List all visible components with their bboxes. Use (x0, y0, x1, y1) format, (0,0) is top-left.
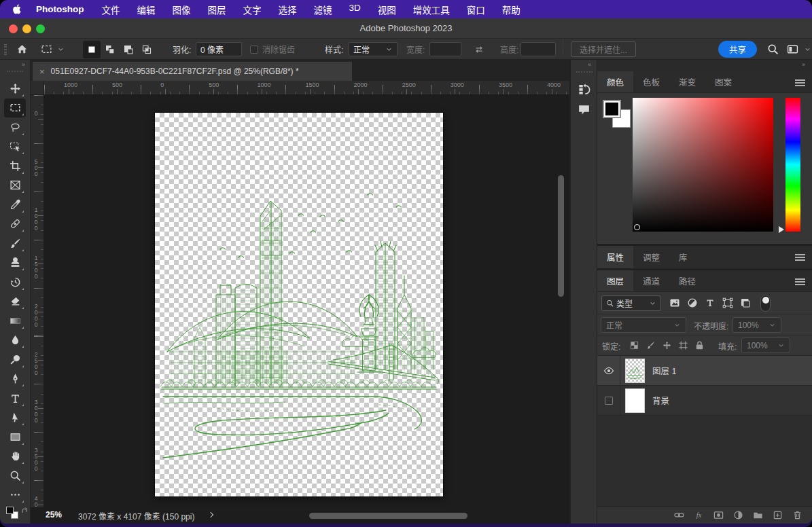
layers-tab-通道[interactable]: 通道 (633, 270, 669, 291)
tool-move[interactable] (4, 79, 26, 98)
lock-paint-button[interactable] (646, 340, 656, 350)
color-field-selector[interactable] (634, 224, 640, 230)
menu-item-3[interactable]: 图层 (208, 3, 226, 16)
saturation-brightness-field[interactable] (633, 98, 773, 232)
link-layers-button[interactable] (674, 510, 684, 520)
share-button[interactable]: 共享 (718, 41, 757, 58)
tool-object-selection[interactable] (4, 137, 26, 157)
menu-item-0[interactable]: 文件 (102, 3, 120, 16)
status-info-chevron-icon[interactable] (208, 512, 213, 517)
menu-item-7[interactable]: 3D (349, 3, 361, 16)
menu-item-8[interactable]: 视图 (378, 3, 396, 16)
shape-layer-filter-button[interactable] (722, 297, 733, 308)
tool-pen[interactable] (4, 369, 26, 389)
layers-tab-图层[interactable]: 图层 (597, 270, 633, 291)
lock-transparent-button[interactable] (629, 340, 639, 350)
workspace-switcher[interactable] (787, 39, 798, 60)
tool-spot-healing[interactable] (4, 215, 26, 234)
layer-thumbnail[interactable] (626, 359, 644, 382)
dock-grip[interactable] (576, 71, 593, 73)
height-input[interactable] (520, 42, 556, 56)
collapse-panels-icon[interactable]: » (802, 61, 806, 68)
properties-menu-icon[interactable] (795, 254, 805, 262)
comment-panel-button[interactable] (575, 101, 593, 118)
new-adjustment-layer-button[interactable] (733, 510, 743, 520)
properties-tab-库[interactable]: 库 (669, 246, 697, 268)
menu-item-10[interactable]: 窗口 (467, 3, 485, 16)
new-layer-button[interactable] (773, 510, 783, 520)
expand-tools-icon[interactable]: » (22, 61, 26, 68)
subtract-from-selection-button[interactable] (120, 41, 137, 58)
new-selection-button[interactable] (83, 41, 101, 58)
menu-item-6[interactable]: 滤镜 (314, 3, 332, 16)
options-grip[interactable] (4, 44, 7, 55)
swap-colors-icon[interactable] (21, 507, 29, 515)
layer-filter-switch[interactable] (760, 295, 771, 312)
layer-row[interactable]: 图层 1 (597, 356, 812, 386)
lock-all-button[interactable] (694, 340, 705, 350)
search-icon[interactable] (767, 43, 779, 55)
layer-name[interactable]: 背景 (652, 394, 669, 407)
workspace-icon[interactable] (787, 43, 798, 55)
width-input[interactable] (429, 42, 461, 56)
properties-tab-调整[interactable]: 调整 (633, 246, 669, 268)
tool-gradient[interactable] (4, 311, 26, 331)
lock-artboard-button[interactable] (678, 340, 688, 350)
swap-colors-icon[interactable] (21, 507, 29, 515)
add-mask-button[interactable] (713, 510, 724, 520)
tool-brush[interactable] (4, 234, 26, 253)
menu-item-9[interactable]: 增效工具 (413, 3, 450, 16)
canvas-vertical-scrollbar[interactable] (558, 175, 564, 297)
pixel-layer-filter-button[interactable] (669, 297, 680, 308)
lock-move-button[interactable] (662, 340, 672, 350)
type-layer-filter-button[interactable] (705, 297, 716, 308)
foreground-color-swatch[interactable] (6, 507, 14, 514)
menu-item-5[interactable]: 选择 (279, 3, 297, 16)
layer-name[interactable]: 图层 1 (652, 364, 676, 377)
layers-tab-路径[interactable]: 路径 (669, 270, 705, 291)
home-button[interactable] (16, 39, 28, 60)
workspace-chevron[interactable] (804, 39, 811, 60)
fill-select[interactable]: 100% (741, 338, 790, 353)
swap-dimensions-button[interactable] (474, 39, 484, 60)
layer-visibility-eye-icon[interactable] (597, 356, 620, 385)
adjustment-layer-filter-button[interactable] (687, 297, 698, 308)
tool-eraser[interactable] (4, 292, 26, 312)
color-tab-色板[interactable]: 色板 (633, 71, 669, 92)
color-tab-颜色[interactable]: 颜色 (597, 71, 633, 92)
tool-zoom[interactable] (4, 466, 26, 486)
history-panel-button[interactable] (575, 80, 593, 98)
close-document-icon[interactable]: × (39, 67, 45, 77)
vertical-ruler[interactable]: 05001000150020002500300035004000 (31, 95, 44, 507)
smart-object-filter-button[interactable] (740, 297, 751, 308)
menu-app-name[interactable]: Photoshop (36, 4, 84, 14)
tool-clone-stamp[interactable] (4, 253, 26, 273)
layers-menu-icon[interactable] (795, 278, 805, 287)
active-tool-icon[interactable] (41, 39, 52, 60)
hue-slider-pointer[interactable] (779, 226, 784, 233)
intersect-selection-button[interactable] (138, 41, 156, 58)
search-button[interactable] (767, 39, 779, 60)
new-group-button[interactable] (753, 510, 763, 520)
status-document-info[interactable]: 3072 像素 x 4107 像素 (150 ppi) (78, 510, 194, 522)
select-and-mask-button[interactable]: 选择并遮住... (571, 41, 636, 57)
tool-rectangle-shape[interactable] (4, 427, 26, 447)
expand-dock-icon[interactable]: « (588, 61, 592, 68)
home-icon[interactable] (16, 43, 28, 55)
hue-slider[interactable] (785, 98, 800, 232)
tool-frame[interactable] (4, 176, 26, 196)
tool-edit-toolbar[interactable] (4, 486, 26, 505)
layer-thumbnail[interactable] (626, 389, 644, 412)
menu-item-11[interactable]: 帮助 (502, 3, 520, 16)
tool-history-brush[interactable] (4, 272, 26, 292)
tool-blur[interactable] (4, 331, 26, 350)
antialias-checkbox[interactable] (250, 46, 258, 54)
document-tab[interactable]: × 051E0927-DCF7-44A0-953B-0C221F87CF2F.p… (33, 62, 352, 81)
apple-logo-icon[interactable] (12, 3, 22, 15)
tool-lasso[interactable] (4, 117, 26, 137)
delete-layer-button[interactable] (792, 510, 802, 520)
canvas-pasteboard[interactable]: 05001000150020002500300035004000 (31, 95, 569, 507)
layer-filter-type-select[interactable]: 类型 (601, 295, 661, 311)
menu-item-1[interactable]: 编辑 (137, 3, 156, 16)
menu-item-2[interactable]: 图像 (173, 3, 191, 16)
